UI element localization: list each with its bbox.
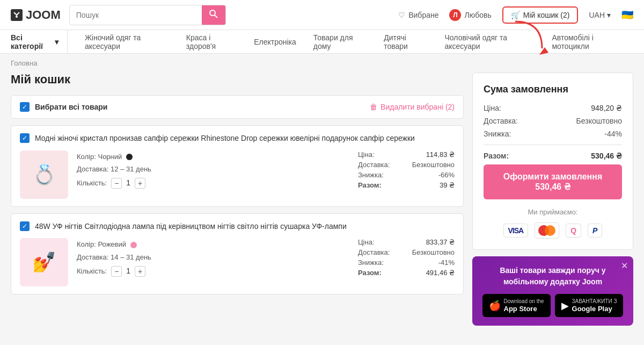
- item-details-1: Колір: Рожевий Доставка: 14 – 31 день Кі…: [77, 238, 349, 278]
- mastercard-icon: [535, 222, 559, 239]
- item-color-name-0: Чорний: [98, 153, 122, 161]
- summary-price-val: 948,20 ₴: [591, 104, 622, 112]
- chevron-down-icon: ▾: [55, 38, 58, 46]
- app-store-button[interactable]: 🍎 Download on the App Store: [482, 294, 551, 317]
- search-input[interactable]: [70, 6, 202, 24]
- summary-price-label: Ціна:: [484, 104, 501, 112]
- nav-item-auto[interactable]: Автомобілі і мотоцикли: [543, 30, 633, 53]
- paypal-icon: P: [588, 224, 602, 238]
- currency-selector[interactable]: UAH ▾: [589, 11, 611, 19]
- item-price-1: 833,37 ₴: [426, 238, 455, 246]
- item-delivery-cost-1: Безкоштовно: [412, 248, 455, 256]
- navbar: Всі категорії ▾ Жіночий одяг та аксесуар…: [0, 30, 644, 54]
- google-play-label: Google Play: [572, 305, 617, 313]
- country-flag[interactable]: 🇺🇦: [621, 9, 633, 21]
- cart-item-header-0: Модні жіночі кристал пронизав сапфір сер…: [20, 133, 455, 144]
- item-discount-1: -41%: [438, 258, 455, 267]
- checkout-label: Оформити замовлення 530,46 ₴: [503, 172, 603, 191]
- logo-icon: [11, 9, 23, 21]
- summary-discount-label: Знижка:: [484, 130, 511, 138]
- all-categories-button[interactable]: Всі категорії ▾: [11, 30, 68, 53]
- cart-item-body-1: 💅 Колір: Рожевий Доставка: 14 – 31 день …: [20, 238, 455, 286]
- visa-icon: VISA: [503, 224, 529, 238]
- select-all-left: Вибрати всі товари: [20, 102, 107, 112]
- app-store-buttons: 🍎 Download on the App Store ▶ ЗАВАНТАЖИТ…: [481, 294, 625, 317]
- apple-icon: 🍎: [489, 300, 501, 312]
- delete-selected-label: Видалити вибрані (2): [380, 103, 455, 111]
- qty-control-1: Кількість: − 1 +: [77, 264, 349, 278]
- summary-title: Сума замовлення: [484, 84, 622, 95]
- all-categories-label: Всі категорії: [11, 33, 52, 51]
- summary-total-val: 530,46 ₴: [591, 152, 622, 160]
- checkout-button[interactable]: Оформити замовлення 530,46 ₴: [484, 164, 622, 199]
- favorites-label: Вибране: [408, 11, 438, 19]
- item-title-0: Модні жіночі кристал пронизав сапфір сер…: [35, 133, 455, 144]
- cart-item-header-1: 48W УФ нігтів Світлодіодна лампа під кер…: [20, 221, 455, 232]
- item-delivery-1: 14 – 31 день: [111, 253, 151, 261]
- item-pricing-0: Ціна: 114,83 ₴ Доставка: Безкоштовно Зни…: [358, 150, 455, 191]
- logo[interactable]: JOOM: [11, 8, 61, 22]
- item-discount-0: -66%: [438, 171, 455, 179]
- nav-item-kids[interactable]: Дитячі товари: [375, 30, 436, 53]
- qty-value-0: 1: [126, 176, 130, 190]
- google-play-sub: ЗАВАНТАЖИТИ З: [572, 298, 617, 305]
- app-promo-close-button[interactable]: ✕: [621, 261, 628, 271]
- item-color-name-1: Рожевий: [98, 240, 126, 248]
- svg-line-2: [215, 15, 217, 18]
- cart-item-body-0: 💍 Колір: Чорний Доставка: 12 – 31 день К…: [20, 150, 455, 199]
- item-details-0: Колір: Чорний Доставка: 12 – 31 день Кіл…: [77, 150, 349, 190]
- nav-item-women[interactable]: Жіночий одяг та аксесуари: [76, 30, 178, 53]
- qiwi-icon: Q: [566, 224, 581, 238]
- google-play-button[interactable]: ▶ ЗАВАНТАЖИТИ З Google Play: [555, 294, 624, 317]
- payment-icons: VISA Q P: [484, 222, 622, 239]
- item-color-dot-1: [130, 242, 137, 248]
- breadcrumb-home[interactable]: Головна: [11, 59, 37, 67]
- select-all-label: Вибрати всі товари: [35, 103, 107, 111]
- item-image-1: 💅: [20, 238, 68, 286]
- nav-item-home[interactable]: Товари для дому: [305, 30, 375, 53]
- summary-delivery-val: Безкоштовно: [576, 117, 622, 125]
- google-play-icon: ▶: [561, 300, 569, 312]
- love-button[interactable]: Л Любовь: [449, 9, 491, 21]
- item-pricing-1: Ціна: 833,37 ₴ Доставка: Безкоштовно Зни…: [358, 238, 455, 279]
- item-image-0: 💍: [20, 150, 68, 199]
- app-store-label: App Store: [504, 305, 544, 313]
- select-all-bar: Вибрати всі товари 🗑 Видалити вибрані (2…: [11, 95, 464, 119]
- select-all-checkbox[interactable]: [20, 102, 30, 112]
- summary-discount-row: Знижка: -44%: [484, 130, 622, 138]
- qty-decrease-1[interactable]: −: [111, 266, 122, 277]
- app-store-sub: Download on the: [504, 298, 544, 305]
- item-price-0: 114,83 ₴: [426, 150, 455, 159]
- search-button[interactable]: [202, 5, 225, 25]
- chevron-down-icon: ▾: [607, 11, 611, 19]
- nav-item-men[interactable]: Чоловічий одяг та аксесуари: [436, 30, 544, 53]
- svg-point-1: [210, 10, 215, 16]
- cart-item-0: Модні жіночі кристал пронизав сапфір сер…: [11, 125, 464, 207]
- summary-discount-val: -44%: [604, 130, 622, 138]
- cart-button[interactable]: 🛒 Мій кошик (2): [502, 6, 579, 24]
- cart-label: Мій кошик (2): [523, 11, 570, 19]
- item-delivery-0: 12 – 31 день: [111, 165, 151, 173]
- item-checkbox-0[interactable]: [20, 133, 30, 143]
- favorites-button[interactable]: ♡ Вибране: [398, 11, 438, 19]
- qty-decrease-0[interactable]: −: [111, 178, 122, 189]
- header-actions: ♡ Вибране Л Любовь 🛒 Мій кошик (2) UAH ▾…: [398, 6, 633, 24]
- love-label: Любовь: [464, 11, 491, 19]
- item-total-0: 39 ₴: [440, 181, 455, 189]
- nav-item-beauty[interactable]: Краса і здоров'я: [178, 30, 245, 53]
- currency-label: UAH: [589, 11, 605, 19]
- breadcrumb: Головна: [0, 54, 644, 73]
- item-delivery-cost-0: Безкоштовно: [412, 161, 455, 169]
- item-total-1: 491,46 ₴: [426, 269, 455, 277]
- we-accept-label: Ми приймаємо:: [484, 208, 622, 216]
- summary-divider: [484, 145, 622, 145]
- qty-increase-1[interactable]: +: [135, 266, 145, 277]
- cart-section: Мій кошик Вибрати всі товари 🗑 Видалити …: [11, 73, 464, 301]
- nav-item-electronics[interactable]: Електроніка: [245, 30, 305, 53]
- header: JOOM ♡ Вибране Л Любовь 🛒 Мій кошик (2) …: [0, 0, 644, 30]
- main-container: Мій кошик Вибрати всі товари 🗑 Видалити …: [0, 73, 644, 336]
- qty-increase-0[interactable]: +: [135, 178, 145, 189]
- item-color-dot-0: [126, 154, 133, 160]
- item-checkbox-1[interactable]: [20, 221, 30, 231]
- delete-selected-button[interactable]: 🗑 Видалити вибрані (2): [370, 103, 455, 111]
